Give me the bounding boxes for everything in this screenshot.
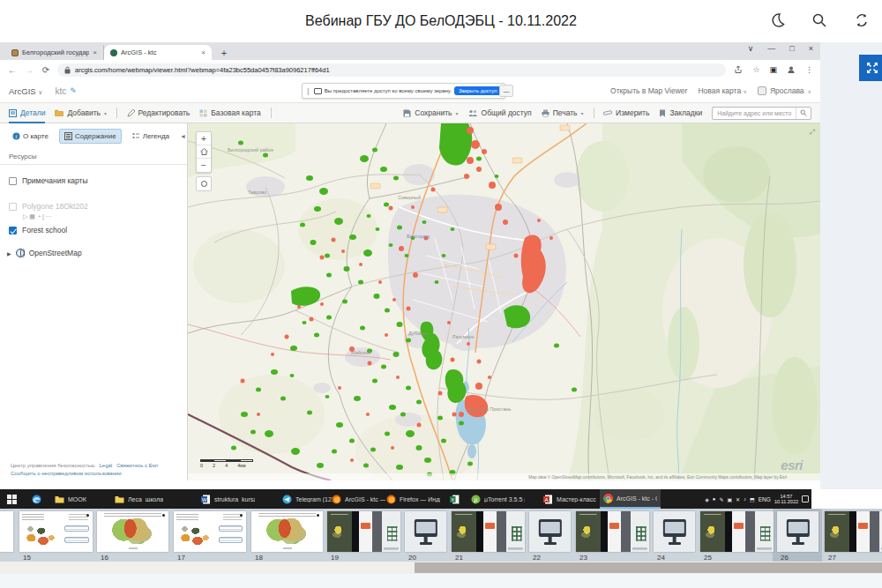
layer-forest-school[interactable]: Forest school: [0, 220, 187, 234]
tab-close-icon[interactable]: ×: [201, 48, 206, 56]
checkbox-checked[interactable]: [9, 227, 17, 234]
print-button[interactable]: Печать▾: [542, 108, 584, 117]
tray-icon[interactable]: ●: [713, 496, 716, 502]
slide-thumb-26-selected[interactable]: [777, 511, 818, 552]
profile-icon[interactable]: [787, 65, 796, 74]
reload-icon[interactable]: ⟳: [41, 65, 51, 75]
bookmark-star-icon[interactable]: ☆: [752, 65, 759, 74]
taskbar-clock[interactable]: 14:57 10.11.2022: [774, 494, 798, 504]
map-expand-icon[interactable]: ⤢: [810, 128, 815, 137]
tray-icon[interactable]: ⬒: [750, 496, 755, 502]
language-indicator[interactable]: ENG: [759, 496, 771, 502]
menu-dots-icon[interactable]: ⋮: [805, 65, 813, 74]
window-close-button[interactable]: ×: [809, 44, 813, 53]
slide-thumb-15[interactable]: [19, 511, 93, 552]
web-map[interactable]: Таврово Северный Белгород Майский Дубово…: [188, 123, 820, 480]
checkbox-unchecked[interactable]: [9, 203, 17, 211]
slide-thumb-19[interactable]: [327, 511, 400, 552]
slide-thumb-23[interactable]: [576, 511, 649, 552]
checkbox-unchecked[interactable]: [9, 177, 17, 185]
search-submit-icon[interactable]: [796, 108, 811, 119]
collapse-panel-icon[interactable]: ◄: [180, 133, 186, 139]
taskbar-folder-mook[interactable]: MOOK: [51, 489, 90, 509]
zoom-out-button[interactable]: −: [197, 159, 211, 172]
browser-tab-belgorod[interactable]: Белгородский государственн... ×: [5, 45, 104, 60]
tray-icon[interactable]: ◈: [705, 496, 709, 502]
tab-content[interactable]: Содержание: [59, 129, 122, 144]
tab-about-map[interactable]: i О карте: [7, 129, 54, 144]
new-map-menu[interactable]: Новая карта ∨: [698, 86, 746, 95]
basemap-button[interactable]: Базовая карта: [199, 108, 261, 117]
layer-openstreetmap[interactable]: ▶ OpenStreetMap: [0, 234, 187, 257]
sync-icon[interactable]: [854, 12, 870, 28]
edit-title-icon[interactable]: ✎: [70, 86, 77, 95]
slide-thumb-17[interactable]: [174, 511, 246, 552]
slide-thumb-21[interactable]: [452, 511, 525, 552]
share-button[interactable]: Общий доступ: [468, 108, 532, 117]
save-button[interactable]: Сохранить▾: [403, 108, 458, 117]
slide-thumb-20[interactable]: [405, 511, 446, 552]
stop-sharing-button[interactable]: Закрыть доступ: [454, 86, 502, 95]
search-icon[interactable]: [811, 12, 827, 28]
trust-center-link[interactable]: Центр управления безопасностью: [11, 463, 94, 468]
taskbar-firefox-indicator[interactable]: Firefox — Индикат...: [383, 489, 444, 509]
open-in-map-viewer-link[interactable]: Открыть в Map Viewer: [610, 86, 687, 95]
fullscreen-button[interactable]: [859, 55, 882, 81]
expand-arrow-icon[interactable]: ▶: [7, 250, 11, 257]
dark-mode-icon[interactable]: [769, 12, 785, 28]
window-chevron-icon[interactable]: ∨: [748, 44, 754, 53]
forward-icon[interactable]: →: [24, 65, 34, 75]
tab-close-icon[interactable]: ×: [93, 48, 97, 56]
window-maximize-button[interactable]: □: [789, 44, 794, 53]
window-minimize-button[interactable]: —: [767, 44, 775, 53]
arcgis-logo[interactable]: ArcGIS ∨: [9, 86, 42, 96]
back-icon[interactable]: ←: [7, 65, 18, 75]
taskbar-edge[interactable]: [28, 489, 45, 509]
taskbar-chrome-arcgis[interactable]: ArcGIS - ktc - Goo...: [600, 489, 661, 509]
new-tab-button[interactable]: +: [217, 46, 231, 60]
scrollbar-handle[interactable]: [415, 562, 882, 573]
browser-tab-arcgis[interactable]: ArcGIS - ktc ×: [104, 45, 212, 60]
notification-center-icon[interactable]: [802, 495, 809, 502]
zoom-in-button[interactable]: +: [197, 132, 211, 145]
slide-thumb-18[interactable]: [251, 511, 323, 552]
taskbar-word-doc[interactable]: W struktura_kursa 07...: [198, 489, 258, 509]
share-icon[interactable]: [734, 65, 743, 74]
details-button[interactable]: Детали: [9, 103, 45, 123]
tray-icon[interactable]: ▣: [727, 496, 732, 502]
bookmarks-button[interactable]: Закладки: [659, 108, 702, 117]
find-my-location-button[interactable]: [196, 176, 212, 191]
taskbar-utorrent[interactable]: µ µTorrent 3.5.5 (bui...: [467, 489, 528, 509]
slide-thumb-partial[interactable]: [0, 511, 13, 552]
slide-thumb-27[interactable]: [825, 511, 882, 552]
slide-thumb-22[interactable]: [529, 511, 571, 552]
taskbar-masterclass-doc[interactable]: A Мастер-класс Соз...: [540, 489, 601, 509]
layer-polygone[interactable]: Polygone 18Okt202: [0, 185, 187, 211]
start-button[interactable]: [4, 489, 20, 509]
extension-icon[interactable]: ▣: [769, 65, 777, 74]
slide-thumb-25[interactable]: [700, 511, 774, 552]
slide-thumb-24[interactable]: [654, 511, 695, 552]
measure-button[interactable]: Измерить: [603, 108, 649, 117]
tray-icon[interactable]: ✕: [736, 496, 740, 502]
layer-action-icons[interactable]: ▷ ▦ ◔ | ⋯: [0, 211, 187, 220]
filmstrip-scrollbar[interactable]: [0, 562, 882, 574]
edit-button[interactable]: Редактировать: [127, 108, 191, 117]
slide-thumb-16[interactable]: [97, 511, 168, 552]
report-abuse-link[interactable]: Сообщить о несправедливом использовании: [11, 471, 122, 476]
user-menu[interactable]: Ярослава ∨: [758, 86, 811, 95]
taskbar-folder-lesa[interactable]: Леса_школа: [111, 489, 167, 509]
url-input[interactable]: arcgis.com/home/webmap/viewer.html?webma…: [57, 63, 726, 77]
tab-legend[interactable]: Легенда: [127, 129, 175, 144]
tray-icon[interactable]: ✎: [719, 496, 723, 502]
taskbar-excel[interactable]: X: [446, 489, 463, 509]
layer-map-notes[interactable]: Примечания карты: [0, 165, 187, 185]
taskbar-firefox-arcgis[interactable]: ArcGIS - ktc — Mo...: [328, 489, 389, 509]
home-button[interactable]: [197, 145, 211, 159]
contact-esri-link[interactable]: Свяжитесь с Esri: [116, 463, 158, 468]
tray-icon[interactable]: ♪: [744, 496, 746, 502]
hide-notice-button[interactable]: —: [499, 85, 513, 97]
map-search-input[interactable]: Найдите адрес или место: [712, 107, 811, 120]
add-button[interactable]: Добавить▾: [55, 108, 107, 117]
legal-link[interactable]: Legal: [99, 463, 112, 468]
